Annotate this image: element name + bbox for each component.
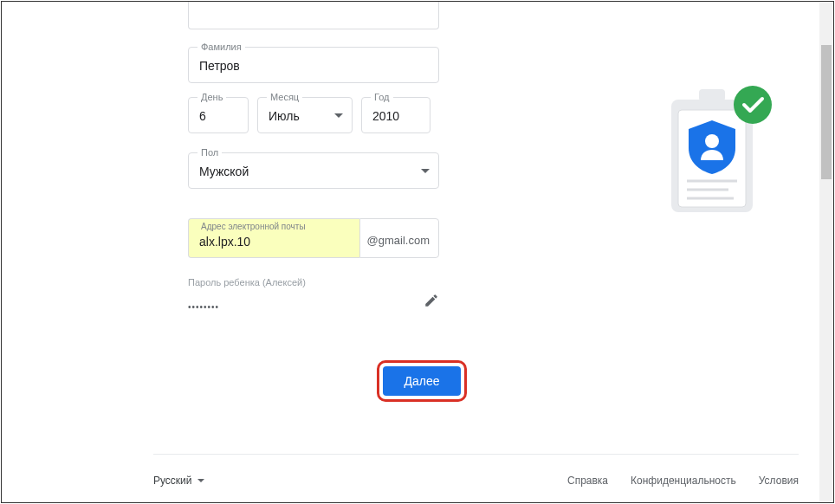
next-button[interactable]: Далее [383,366,460,396]
footer-link-privacy[interactable]: Конфиденциальность [631,475,736,487]
month-label: Месяц [267,92,302,102]
password-label: Пароль ребенка (Алексей) [188,277,439,288]
footer-link-help[interactable]: Справка [567,475,608,487]
day-label: День [197,92,226,102]
footer-link-terms[interactable]: Условия [759,475,799,487]
email-label: Адрес электронной почты [197,222,309,231]
chevron-down-icon [197,479,204,482]
svg-rect-1 [699,89,725,101]
month-select[interactable]: Месяц Июль [257,97,353,133]
password-masked: •••••••• [188,302,219,312]
footer-divider [153,454,799,455]
privacy-illustration [656,84,777,223]
year-label: Год [371,92,393,102]
scrollbar-thumb[interactable] [821,45,832,179]
scrollbar-track[interactable] [819,2,833,502]
email-suffix: @gmail.com [359,218,439,258]
surname-value: Петров [199,59,240,73]
highlight-annotation: Далее [377,360,466,402]
gender-label: Пол [197,147,222,158]
email-field[interactable]: Адрес электронной почты alx.lpx.10 @gmai… [188,218,439,258]
gender-value: Мужской [199,165,249,178]
firstname-field-partial[interactable] [188,2,439,29]
surname-label: Фамилия [197,42,245,52]
chevron-down-icon [334,113,343,118]
chevron-down-icon [421,169,430,173]
email-value: alx.lpx.10 [199,235,250,249]
day-value: 6 [199,109,206,123]
surname-field[interactable]: Фамилия Петров [188,47,439,83]
month-value: Июль [269,109,300,123]
year-field[interactable]: Год 2010 [361,97,430,133]
language-select[interactable]: Русский [153,475,204,487]
day-field[interactable]: День 6 [188,97,249,133]
gender-select[interactable]: Пол Мужской [188,152,439,189]
year-value: 2010 [372,109,399,123]
edit-icon[interactable] [424,293,439,312]
svg-point-7 [734,86,772,124]
language-value: Русский [153,475,192,487]
svg-point-3 [705,134,719,148]
